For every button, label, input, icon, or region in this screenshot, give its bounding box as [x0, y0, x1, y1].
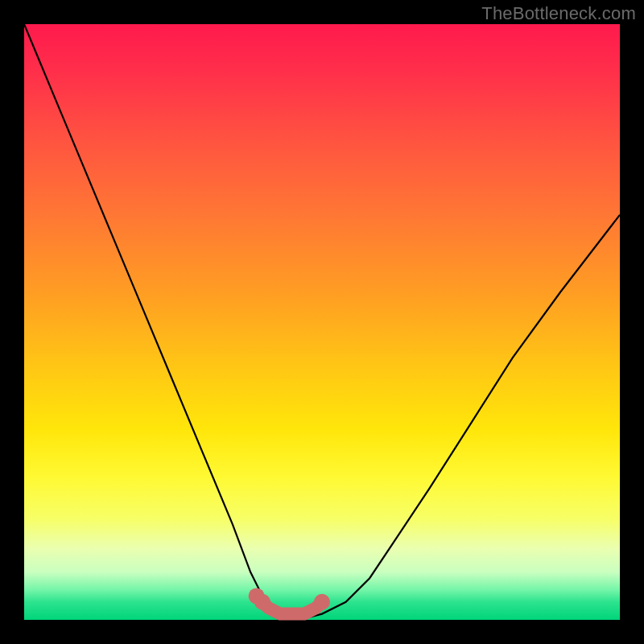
chart-frame: TheBottleneck.com	[0, 0, 644, 644]
plot-area	[24, 24, 620, 620]
optimal-dot	[254, 594, 270, 610]
curve-layer	[24, 24, 620, 620]
watermark-text: TheBottleneck.com	[481, 3, 636, 24]
bottleneck-curve	[24, 24, 620, 617]
optimal-highlight-group	[249, 588, 330, 613]
optimal-dot	[314, 594, 330, 610]
